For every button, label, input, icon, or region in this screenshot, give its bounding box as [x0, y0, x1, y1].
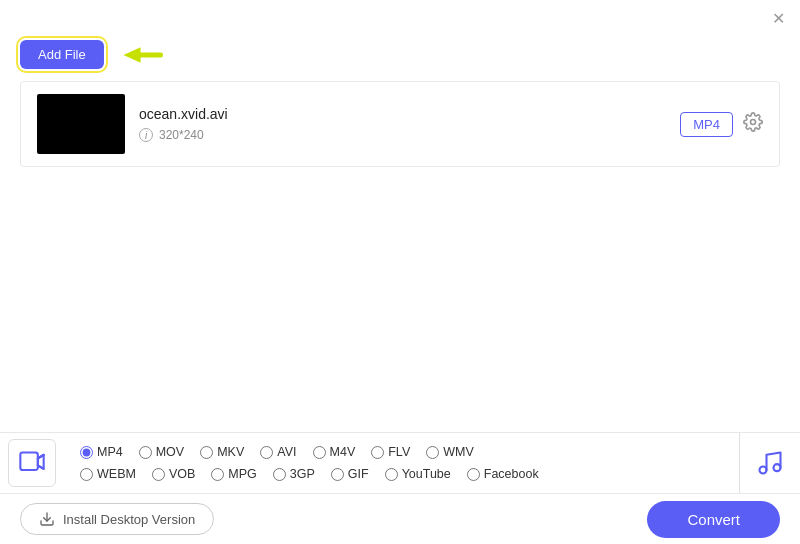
format-option-mp4[interactable]: MP4: [80, 445, 123, 459]
install-label: Install Desktop Version: [63, 512, 195, 527]
format-label-mov: MOV: [156, 445, 184, 459]
file-name: ocean.xvid.avi: [139, 106, 666, 122]
format-label-gif: GIF: [348, 467, 369, 481]
format-label-avi: AVI: [277, 445, 296, 459]
format-option-flv[interactable]: FLV: [371, 445, 410, 459]
format-section: MP4MOVMKVAVIM4VFLVWMV WEBMVOBMPG3GPGIFYo…: [64, 435, 739, 491]
format-label-facebook: Facebook: [484, 467, 539, 481]
format-option-mov[interactable]: MOV: [139, 445, 184, 459]
download-icon: [39, 511, 55, 527]
format-radio-avi[interactable]: [260, 446, 273, 459]
format-option-mkv[interactable]: MKV: [200, 445, 244, 459]
file-thumbnail: [37, 94, 125, 154]
format-radio-youtube[interactable]: [385, 468, 398, 481]
format-radio-3gp[interactable]: [273, 468, 286, 481]
format-label-youtube: YouTube: [402, 467, 451, 481]
format-radio-webm[interactable]: [80, 468, 93, 481]
svg-rect-1: [137, 52, 163, 57]
file-meta: i 320*240: [139, 128, 666, 142]
format-label-wmv: WMV: [443, 445, 474, 459]
format-radio-vob[interactable]: [152, 468, 165, 481]
svg-point-3: [751, 119, 756, 124]
format-label-mpg: MPG: [228, 467, 256, 481]
add-file-button[interactable]: Add File: [20, 40, 104, 69]
format-radio-facebook[interactable]: [467, 468, 480, 481]
bottom-actions: Install Desktop Version Convert: [0, 494, 800, 544]
format-radio-mkv[interactable]: [200, 446, 213, 459]
format-label-mkv: MKV: [217, 445, 244, 459]
format-radio-mpg[interactable]: [211, 468, 224, 481]
format-option-vob[interactable]: VOB: [152, 467, 195, 481]
format-radio-wmv[interactable]: [426, 446, 439, 459]
format-option-wmv[interactable]: WMV: [426, 445, 474, 459]
format-option-m4v[interactable]: M4V: [313, 445, 356, 459]
format-option-3gp[interactable]: 3GP: [273, 467, 315, 481]
arrow-indicator: [120, 41, 180, 69]
video-icon: [18, 449, 46, 477]
format-option-mpg[interactable]: MPG: [211, 467, 256, 481]
file-list: ocean.xvid.avi i 320*240 MP4: [20, 81, 780, 167]
format-label-3gp: 3GP: [290, 467, 315, 481]
install-desktop-button[interactable]: Install Desktop Version: [20, 503, 214, 535]
info-icon[interactable]: i: [139, 128, 153, 142]
format-radio-mp4[interactable]: [80, 446, 93, 459]
format-bar: MP4MOVMKVAVIM4VFLVWMV WEBMVOBMPG3GPGIFYo…: [0, 432, 800, 494]
file-info: ocean.xvid.avi i 320*240: [139, 106, 666, 142]
format-badge[interactable]: MP4: [680, 112, 733, 137]
toolbar: Add File: [0, 36, 800, 81]
format-row-1: MP4MOVMKVAVIM4VFLVWMV: [80, 445, 723, 459]
svg-point-9: [760, 467, 767, 474]
format-label-flv: FLV: [388, 445, 410, 459]
format-label-m4v: M4V: [330, 445, 356, 459]
title-bar: ✕: [0, 0, 800, 36]
music-icon-box[interactable]: [740, 449, 800, 477]
svg-marker-8: [38, 455, 44, 469]
format-option-webm[interactable]: WEBM: [80, 467, 136, 481]
format-radio-mov[interactable]: [139, 446, 152, 459]
file-item: ocean.xvid.avi i 320*240 MP4: [21, 82, 779, 166]
music-icon: [756, 449, 784, 477]
svg-rect-4: [20, 453, 38, 471]
format-radio-gif[interactable]: [331, 468, 344, 481]
video-icon-box[interactable]: [8, 439, 56, 487]
format-option-facebook[interactable]: Facebook: [467, 467, 539, 481]
file-resolution: 320*240: [159, 128, 204, 142]
file-actions: MP4: [680, 112, 763, 137]
format-radio-m4v[interactable]: [313, 446, 326, 459]
convert-button[interactable]: Convert: [647, 501, 780, 538]
format-option-youtube[interactable]: YouTube: [385, 467, 451, 481]
format-radio-flv[interactable]: [371, 446, 384, 459]
format-option-gif[interactable]: GIF: [331, 467, 369, 481]
settings-icon[interactable]: [743, 112, 763, 137]
format-label-webm: WEBM: [97, 467, 136, 481]
format-label-mp4: MP4: [97, 445, 123, 459]
format-row-2: WEBMVOBMPG3GPGIFYouTubeFacebook: [80, 467, 723, 481]
format-label-vob: VOB: [169, 467, 195, 481]
close-button[interactable]: ✕: [768, 8, 788, 28]
svg-marker-2: [123, 47, 140, 62]
svg-point-10: [774, 464, 781, 471]
format-option-avi[interactable]: AVI: [260, 445, 296, 459]
